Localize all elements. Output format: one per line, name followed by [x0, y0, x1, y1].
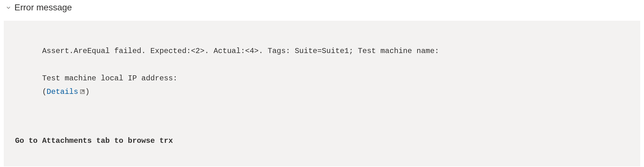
error-text: Assert.AreEqual failed. Expected:<2>. Ac…	[15, 31, 629, 112]
svg-line-1	[81, 90, 83, 93]
details-paren-open: (	[42, 88, 46, 96]
error-message-section: Error message Assert.AreEqual failed. Ex…	[0, 0, 644, 166]
external-link-icon	[80, 89, 85, 94]
error-line-1: Assert.AreEqual failed. Expected:<2>. Ac…	[42, 47, 439, 55]
details-paren-close: )	[85, 88, 90, 96]
chevron-down-icon	[6, 5, 11, 10]
section-header-toggle[interactable]: Error message	[0, 0, 644, 15]
attachments-hint: Go to Attachments tab to browse trx	[15, 134, 629, 148]
error-line-2-prefix: Test machine local IP address:	[42, 74, 182, 83]
details-link-label: Details	[47, 88, 78, 96]
section-title: Error message	[14, 3, 72, 13]
details-link[interactable]: Details	[47, 88, 85, 96]
error-message-block: Assert.AreEqual failed. Expected:<2>. Ac…	[4, 21, 640, 166]
